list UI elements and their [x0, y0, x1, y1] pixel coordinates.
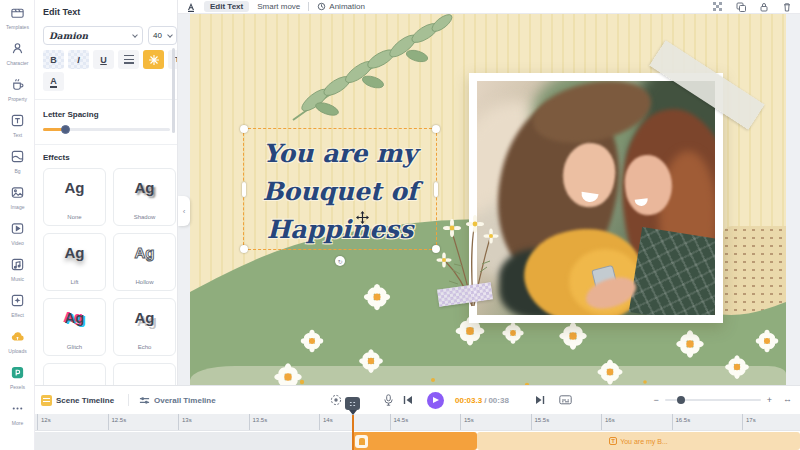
resize-handle-top-right[interactable]: [432, 125, 440, 133]
resize-handle-top-left[interactable]: [240, 125, 248, 133]
tab-edit-text[interactable]: Edit Text: [204, 1, 249, 12]
font-family-select[interactable]: Damion: [43, 26, 143, 45]
font-size-select[interactable]: 40: [148, 26, 177, 45]
bold-button[interactable]: B: [43, 50, 64, 69]
resize-handle-left[interactable]: [242, 182, 246, 197]
effect-card[interactable]: Ag Lift: [43, 233, 106, 291]
chevron-down-icon: [167, 32, 173, 38]
list-icon: [124, 55, 134, 64]
effect-preview: Ag: [44, 244, 105, 261]
ruler-tick: 13s: [178, 414, 249, 430]
property-icon: [10, 77, 25, 96]
text-block-label: You are my B...: [620, 438, 668, 445]
sidebar-item-music[interactable]: Music: [0, 252, 35, 287]
fit-timeline-button[interactable]: ↔: [783, 394, 792, 404]
play-icon: [427, 392, 444, 409]
text-icon: [10, 113, 25, 132]
letter-spacing-slider[interactable]: [43, 128, 170, 131]
sidebar-item-uploads[interactable]: Uploads: [0, 324, 35, 359]
effects-grid: Ag None Ag Shadow Ag Lift Ag Hollow Ag G…: [43, 168, 176, 356]
effect-preview: Ag: [114, 309, 175, 326]
highlight-color-button[interactable]: [143, 50, 164, 69]
previous-scene-block[interactable]: [35, 432, 352, 450]
tab-smart-move[interactable]: Smart move: [257, 2, 300, 11]
timeline-section: Scene Timeline Overall Timeline 00:03.3 …: [35, 385, 800, 450]
zoom-slider-thumb[interactable]: [677, 396, 685, 404]
color-spark-icon: [149, 55, 159, 65]
photo-two-friends: [477, 81, 715, 315]
timeline-ruler[interactable]: 12s12.5s13s13.5s14s14.5s15s15.5s16s16.5s…: [35, 414, 800, 431]
resize-handle-bottom-right[interactable]: [432, 245, 440, 253]
app-sidebar: Templates Character Property Text Bg Ima…: [0, 0, 35, 450]
context-toolbar: Edit Text Smart move Animation: [178, 0, 800, 14]
effect-name: None: [44, 214, 105, 220]
templates-icon: [10, 5, 25, 24]
effect-card[interactable]: [113, 363, 176, 385]
uploads-cloud-icon: [10, 329, 25, 348]
ruler-tick: 13.5s: [249, 414, 320, 430]
zoom-slider[interactable]: [665, 399, 761, 401]
effect-card[interactable]: Ag Shadow: [113, 168, 176, 226]
animation-icon: [317, 2, 326, 11]
effect-card[interactable]: Ag Glitch: [43, 298, 106, 356]
sidebar-item-video[interactable]: Video: [0, 216, 35, 251]
zoom-out-button[interactable]: −: [653, 395, 658, 405]
tab-animation[interactable]: Animation: [329, 2, 365, 11]
subtitles-button[interactable]: [559, 386, 572, 414]
sidebar-item-more[interactable]: More: [0, 396, 35, 431]
skip-to-end-button[interactable]: [535, 386, 545, 414]
panel-scrollbar[interactable]: [172, 48, 175, 133]
list-button[interactable]: [118, 50, 139, 69]
sidebar-item-label: Templates: [6, 25, 29, 30]
italic-button[interactable]: I: [68, 50, 89, 69]
text-element-block[interactable]: T You are my B...: [477, 432, 800, 450]
text-color-button[interactable]: A: [43, 72, 64, 91]
effect-card[interactable]: Ag None: [43, 168, 106, 226]
sidebar-item-property[interactable]: Property: [0, 72, 35, 107]
current-scene-block[interactable]: [352, 432, 477, 450]
transparency-icon[interactable]: [713, 2, 723, 12]
text-selection-box[interactable]: You are my Bouquet of Happiness ↻: [243, 128, 437, 250]
sidebar-item-character[interactable]: Character: [0, 36, 35, 71]
timeline-zoom-control: − +: [653, 386, 772, 414]
delete-icon[interactable]: [782, 2, 792, 12]
lock-icon[interactable]: [759, 2, 769, 12]
playhead[interactable]: [345, 397, 360, 450]
effects-label: Effects: [43, 153, 70, 162]
underline-button[interactable]: U: [93, 50, 114, 69]
toolbar-divider: [308, 2, 309, 11]
panel-collapse-button[interactable]: ‹: [178, 196, 190, 226]
effect-card[interactable]: Ag Echo: [113, 298, 176, 356]
overall-timeline-label: Overall Timeline: [154, 396, 216, 405]
design-canvas[interactable]: You are my Bouquet of Happiness ↻: [190, 14, 786, 385]
sidebar-item-bg[interactable]: Bg: [0, 144, 35, 179]
sidebar-item-pexels[interactable]: Pexels: [0, 360, 35, 395]
overall-timeline-toggle[interactable]: Overall Timeline: [139, 386, 216, 414]
sidebar-item-templates[interactable]: Templates: [0, 0, 35, 35]
sidebar-item-label: Music: [11, 277, 24, 282]
canvas-text[interactable]: You are my Bouquet of Happiness: [244, 135, 436, 249]
font-family-value: Damion: [49, 31, 88, 41]
playhead-handle[interactable]: [345, 397, 360, 410]
play-button[interactable]: [427, 386, 444, 414]
effect-card[interactable]: Ag Hollow: [113, 233, 176, 291]
sidebar-item-text[interactable]: Text: [0, 108, 35, 143]
sidebar-item-effect[interactable]: Effect: [0, 288, 35, 323]
zoom-in-button[interactable]: +: [767, 395, 772, 405]
duplicate-icon[interactable]: [736, 2, 746, 12]
resize-handle-bottom-left[interactable]: [240, 245, 248, 253]
effect-preview: Ag: [44, 179, 105, 196]
resize-handle-right[interactable]: [434, 182, 438, 197]
effect-name: Lift: [44, 279, 105, 285]
microphone-button[interactable]: [383, 386, 394, 414]
skip-to-start-button[interactable]: [403, 386, 413, 414]
sidebar-item-image[interactable]: Image: [0, 180, 35, 215]
eucalyptus-leaves-decoration: [285, 14, 455, 124]
rotate-handle[interactable]: ↻: [335, 256, 345, 266]
scene-timeline-toggle[interactable]: Scene Timeline: [41, 386, 114, 414]
panel-title: Edit Text: [43, 7, 80, 17]
screen-record-button[interactable]: [330, 386, 342, 414]
ruler-tick: 16.5s: [672, 414, 743, 430]
slider-thumb[interactable]: [61, 125, 70, 134]
effect-card[interactable]: [43, 363, 106, 385]
